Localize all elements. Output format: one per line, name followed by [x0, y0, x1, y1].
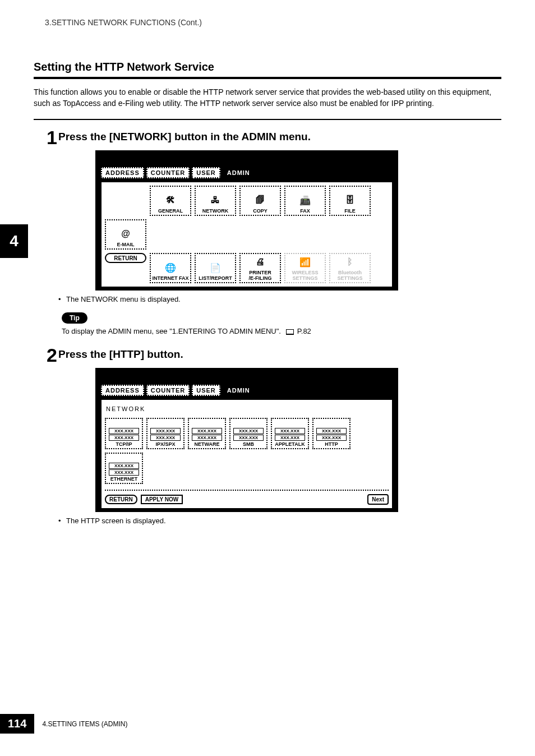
- wireless-icon: 📶: [299, 254, 311, 270]
- tip-badge: Tip: [62, 312, 87, 324]
- smb-button[interactable]: XXX.XXXXXX.XXXSMB: [229, 418, 268, 449]
- rule-medium: [34, 119, 501, 120]
- return-button[interactable]: RETURN: [105, 495, 137, 504]
- step2-note: The HTTP screen is displayed.: [62, 517, 501, 525]
- admin-menu-screenshot: ADDRESS COUNTER USER ADMIN 🛠GENERAL 🖧NET…: [95, 150, 398, 291]
- return-button[interactable]: RETURN: [105, 253, 146, 263]
- tab-address[interactable]: ADDRESS: [101, 167, 144, 178]
- chapter-tab: 4: [0, 224, 28, 258]
- printer-efiling-button[interactable]: 🖨PRINTER /E-FILING: [239, 253, 281, 283]
- wireless-button: 📶WIRELESS SETTINGS: [284, 253, 326, 283]
- email-button[interactable]: @E-MAIL: [105, 219, 146, 250]
- footer-chapter: 4.SETTING ITEMS (ADMIN): [42, 720, 127, 728]
- step-title-1: Press the [NETWORK] button in the ADMIN …: [58, 128, 311, 144]
- list-report-button[interactable]: 📄LIST/REPORT: [195, 253, 236, 283]
- step-number-1: 1: [34, 128, 57, 147]
- step-title-2: Press the [HTTP] button.: [58, 345, 183, 362]
- appletalk-button[interactable]: XXX.XXXXXX.XXXAPPLETALK: [271, 418, 309, 449]
- internet-fax-icon: 🌐: [165, 260, 176, 275]
- fax-button[interactable]: 📠FAX: [284, 186, 326, 216]
- fax-icon: 📠: [299, 192, 311, 208]
- copy-button[interactable]: 🗐COPY: [239, 186, 281, 216]
- section-title: Setting the HTTP Network Service: [34, 61, 501, 73]
- running-header: 3.SETTING NETWORK FUNCTIONS (Cont.): [45, 18, 501, 27]
- book-icon: [286, 329, 294, 335]
- intro-paragraph: This function allows you to enable or di…: [34, 87, 501, 109]
- apply-now-button[interactable]: APPLY NOW: [141, 495, 183, 504]
- file-button[interactable]: 🗄FILE: [329, 186, 371, 216]
- tab-user[interactable]: USER: [192, 385, 220, 396]
- rule-heavy: [34, 77, 501, 79]
- step1-note: The NETWORK menu is displayed.: [62, 295, 501, 303]
- network-icon: 🖧: [211, 192, 220, 208]
- tab-admin[interactable]: ADMIN: [223, 167, 255, 178]
- copy-icon: 🗐: [256, 192, 265, 208]
- general-button[interactable]: 🛠GENERAL: [150, 186, 191, 216]
- tab-address[interactable]: ADDRESS: [101, 385, 144, 396]
- tab-counter[interactable]: COUNTER: [146, 385, 190, 396]
- network-button[interactable]: 🖧NETWORK: [195, 186, 236, 216]
- ethernet-button[interactable]: XXX.XXXXXX.XXXETHERNET: [105, 453, 143, 484]
- bluetooth-button: ᛒBluetooth SETTINGS: [329, 253, 371, 283]
- file-icon: 🗄: [345, 192, 354, 208]
- email-icon: @: [121, 226, 130, 242]
- tab-admin[interactable]: ADMIN: [223, 385, 255, 396]
- tab-user[interactable]: USER: [192, 167, 220, 178]
- page-number: 114: [0, 714, 34, 734]
- netware-button[interactable]: XXX.XXXXXX.XXXNETWARE: [188, 418, 226, 449]
- tip-text: To display the ADMIN menu, see "1.ENTERI…: [62, 327, 501, 335]
- internet-fax-button[interactable]: 🌐INTERNET FAX: [150, 253, 191, 283]
- general-icon: 🛠: [166, 192, 175, 208]
- list-report-icon: 📄: [210, 260, 221, 275]
- next-button[interactable]: Next: [367, 494, 389, 505]
- printer-icon: 🖨: [256, 254, 265, 270]
- http-button[interactable]: XXX.XXXXXX.XXXHTTP: [312, 418, 350, 449]
- network-subheading: NETWORK: [106, 405, 389, 412]
- tcpip-button[interactable]: XXX.XXXXXX.XXXTCP/IP: [105, 418, 143, 449]
- network-menu-screenshot: ADDRESS COUNTER USER ADMIN NETWORK XXX.X…: [95, 368, 398, 512]
- tab-counter[interactable]: COUNTER: [146, 167, 190, 178]
- bluetooth-icon: ᛒ: [347, 254, 353, 270]
- ipxspx-button[interactable]: XXX.XXXXXX.XXXIPX/SPX: [146, 418, 185, 449]
- step-number-2: 2: [34, 345, 57, 365]
